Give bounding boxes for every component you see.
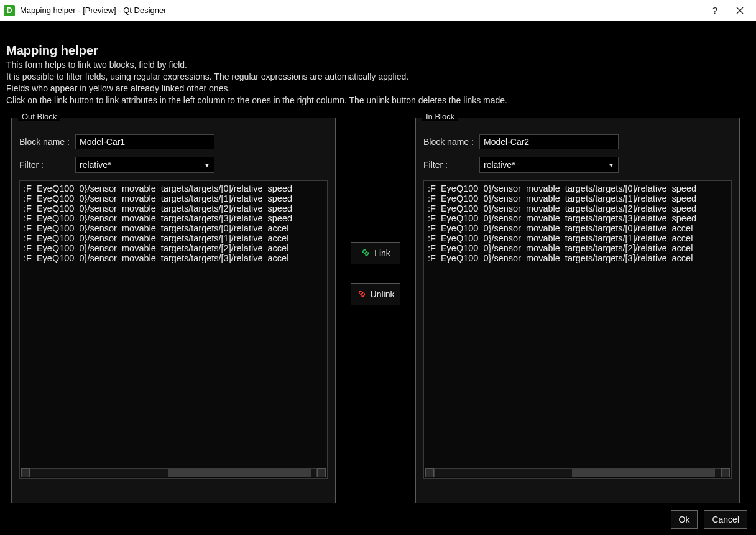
in-block-hscroll[interactable] xyxy=(425,468,730,477)
link-icon xyxy=(361,248,371,259)
list-item[interactable]: :F_EyeQ100_0}/sensor_movable_targets/tar… xyxy=(425,193,730,203)
list-item[interactable]: :F_EyeQ100_0}/sensor_movable_targets/tar… xyxy=(425,203,730,213)
unlink-button-label: Unlink xyxy=(371,289,395,299)
close-button[interactable] xyxy=(727,6,752,15)
in-block-list[interactable]: :F_EyeQ100_0}/sensor_movable_targets/tar… xyxy=(423,180,732,479)
close-icon xyxy=(735,6,744,15)
list-item[interactable]: :F_EyeQ100_0}/sensor_movable_targets/tar… xyxy=(21,203,326,213)
list-item[interactable]: :F_EyeQ100_0}/sensor_movable_targets/tar… xyxy=(425,213,730,223)
list-item[interactable]: :F_EyeQ100_0}/sensor_movable_targets/tar… xyxy=(425,184,730,193)
chevron-down-icon: ▼ xyxy=(204,162,210,169)
unlink-icon xyxy=(357,289,367,300)
out-filter-select[interactable]: relative* ▼ xyxy=(75,157,214,173)
out-block-list[interactable]: :F_EyeQ100_0}/sensor_movable_targets/tar… xyxy=(19,180,328,479)
list-item[interactable]: :F_EyeQ100_0}/sensor_movable_targets/tar… xyxy=(425,223,730,233)
columns: Out Block Block name : Filter : relative… xyxy=(6,118,750,503)
ok-button[interactable]: Ok xyxy=(671,510,698,529)
out-block-group: Out Block Block name : Filter : relative… xyxy=(11,118,336,503)
page-title: Mapping helper xyxy=(6,44,750,58)
list-item[interactable]: :F_EyeQ100_0}/sensor_movable_targets/tar… xyxy=(425,253,730,263)
out-block-hscroll[interactable] xyxy=(21,468,326,477)
content: Mapping helper This form helps to link t… xyxy=(0,21,756,511)
desc-line: It is possible to filter fields, using r… xyxy=(6,71,750,83)
cancel-button[interactable]: Cancel xyxy=(704,510,747,529)
desc-line: This form helps to link two blocks, fiel… xyxy=(6,59,750,71)
out-block-name-label: Block name : xyxy=(19,137,75,147)
out-filter-value: relative* xyxy=(80,160,111,170)
list-item[interactable]: :F_EyeQ100_0}/sensor_movable_targets/tar… xyxy=(21,213,326,223)
app-icon: D xyxy=(4,5,15,16)
window-title: Mapping helper - [Preview] - Qt Designer xyxy=(20,6,703,15)
in-block-name-input[interactable] xyxy=(479,134,619,149)
out-block-legend: Out Block xyxy=(18,112,60,121)
list-item[interactable]: :F_EyeQ100_0}/sensor_movable_targets/tar… xyxy=(21,253,326,263)
link-button[interactable]: Link xyxy=(351,242,400,264)
chevron-down-icon: ▼ xyxy=(608,162,614,169)
in-filter-label: Filter : xyxy=(423,160,479,170)
help-button[interactable]: ? xyxy=(703,5,727,16)
unlink-button[interactable]: Unlink xyxy=(351,283,400,305)
list-item[interactable]: :F_EyeQ100_0}/sensor_movable_targets/tar… xyxy=(21,184,326,193)
in-block-legend: In Block xyxy=(422,112,458,121)
list-item[interactable]: :F_EyeQ100_0}/sensor_movable_targets/tar… xyxy=(21,193,326,203)
dialog-footer: Ok Cancel xyxy=(671,510,747,529)
list-item[interactable]: :F_EyeQ100_0}/sensor_movable_targets/tar… xyxy=(21,243,326,253)
list-item[interactable]: :F_EyeQ100_0}/sensor_movable_targets/tar… xyxy=(21,223,326,233)
scroll-right-button[interactable] xyxy=(721,468,730,477)
in-filter-value: relative* xyxy=(484,160,515,170)
link-button-label: Link xyxy=(374,248,390,258)
in-block-name-label: Block name : xyxy=(423,137,479,147)
scroll-left-button[interactable] xyxy=(425,468,434,477)
desc-line: Click on the link button to link attribu… xyxy=(6,95,750,106)
in-filter-select[interactable]: relative* ▼ xyxy=(479,157,619,173)
out-filter-label: Filter : xyxy=(19,160,75,170)
desc-line: Fields who appear in yellow are already … xyxy=(6,83,750,95)
list-item[interactable]: :F_EyeQ100_0}/sensor_movable_targets/tar… xyxy=(425,243,730,253)
scroll-left-button[interactable] xyxy=(21,468,30,477)
out-block-name-input[interactable] xyxy=(75,134,214,149)
titlebar: D Mapping helper - [Preview] - Qt Design… xyxy=(0,0,756,21)
link-buttons: Link Unlink xyxy=(336,118,415,305)
list-item[interactable]: :F_EyeQ100_0}/sensor_movable_targets/tar… xyxy=(425,233,730,243)
in-block-group: In Block Block name : Filter : relative*… xyxy=(415,118,740,503)
page-description: This form helps to link two blocks, fiel… xyxy=(6,59,750,106)
scroll-right-button[interactable] xyxy=(317,468,326,477)
list-item[interactable]: :F_EyeQ100_0}/sensor_movable_targets/tar… xyxy=(21,233,326,243)
